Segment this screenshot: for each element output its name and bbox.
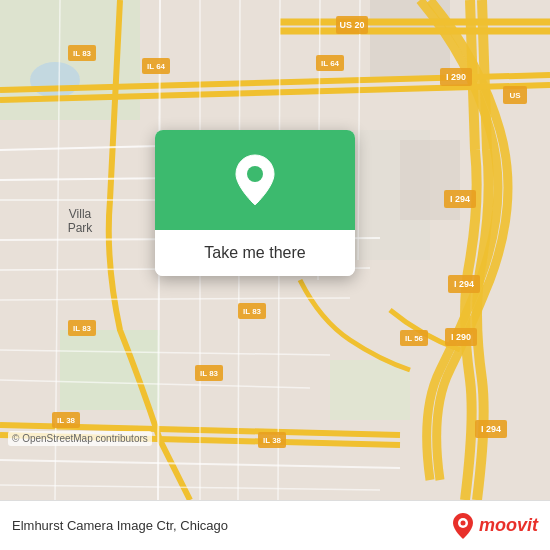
svg-text:I 294: I 294 xyxy=(450,194,470,204)
take-me-there-button[interactable]: Take me there xyxy=(155,230,355,276)
map-container: US 20 IL 83 IL 64 IL 64 I 290 US I 294 I… xyxy=(0,0,550,500)
svg-text:I 290: I 290 xyxy=(446,72,466,82)
svg-text:IL 83: IL 83 xyxy=(73,324,92,333)
svg-text:IL 83: IL 83 xyxy=(243,307,262,316)
svg-text:IL 83: IL 83 xyxy=(200,369,219,378)
svg-text:IL 64: IL 64 xyxy=(147,62,166,71)
svg-point-7 xyxy=(30,62,80,98)
svg-point-67 xyxy=(460,520,465,525)
svg-rect-4 xyxy=(330,360,410,420)
svg-text:IL 64: IL 64 xyxy=(321,59,340,68)
bottom-bar: Elmhurst Camera Image Ctr, Chicago moovi… xyxy=(0,500,550,550)
moovit-logo: moovit xyxy=(451,512,538,540)
svg-text:I 294: I 294 xyxy=(481,424,501,434)
popup-green-area xyxy=(155,130,355,230)
moovit-pin-icon xyxy=(451,512,475,540)
svg-text:US 20: US 20 xyxy=(339,20,364,30)
moovit-text: moovit xyxy=(479,515,538,536)
popup-card: Take me there xyxy=(155,130,355,276)
svg-point-65 xyxy=(247,166,263,182)
svg-text:Park: Park xyxy=(68,221,94,235)
svg-text:US: US xyxy=(509,91,521,100)
svg-text:Villa: Villa xyxy=(69,207,92,221)
svg-text:I 294: I 294 xyxy=(454,279,474,289)
destination-label: Elmhurst Camera Image Ctr, Chicago xyxy=(12,518,228,533)
svg-text:I 290: I 290 xyxy=(451,332,471,342)
svg-text:IL 83: IL 83 xyxy=(73,49,92,58)
svg-text:IL 56: IL 56 xyxy=(405,334,424,343)
location-pin-icon xyxy=(233,153,277,207)
map-attribution: © OpenStreetMap contributors xyxy=(8,431,152,446)
svg-text:IL 38: IL 38 xyxy=(57,416,76,425)
svg-text:IL 38: IL 38 xyxy=(263,436,282,445)
